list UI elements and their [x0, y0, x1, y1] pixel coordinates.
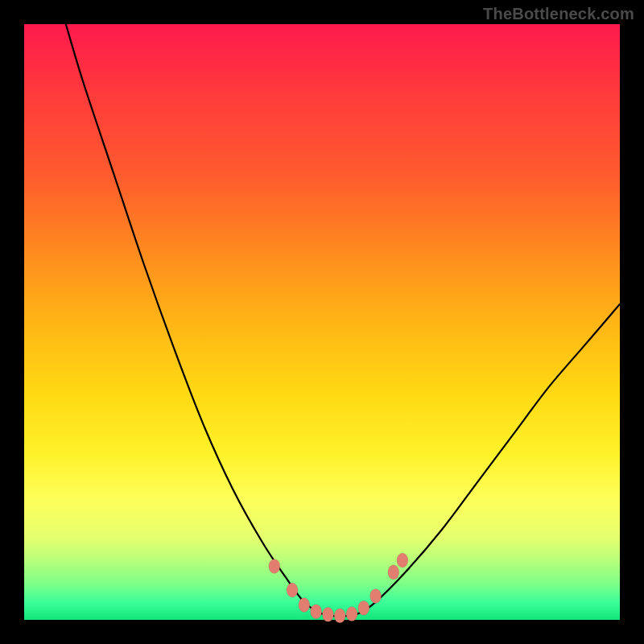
plot-area — [24, 24, 620, 620]
curve-marker — [370, 588, 382, 603]
curve-marker — [322, 607, 333, 621]
curve-marker — [287, 583, 298, 597]
curve-marker — [334, 609, 345, 623]
watermark-text: TheBottleneck.com — [483, 5, 634, 23]
curve-marker — [358, 601, 369, 615]
curve-markers-group — [269, 553, 408, 623]
curve-marker — [269, 559, 280, 573]
bottleneck-curve — [66, 24, 620, 617]
curve-marker — [397, 553, 408, 568]
curve-marker — [311, 605, 322, 619]
chart-frame: TheBottleneck.com — [0, 0, 644, 644]
curve-marker — [346, 607, 357, 621]
curve-marker — [299, 598, 310, 613]
chart-svg — [24, 24, 620, 620]
curve-marker — [388, 565, 399, 580]
